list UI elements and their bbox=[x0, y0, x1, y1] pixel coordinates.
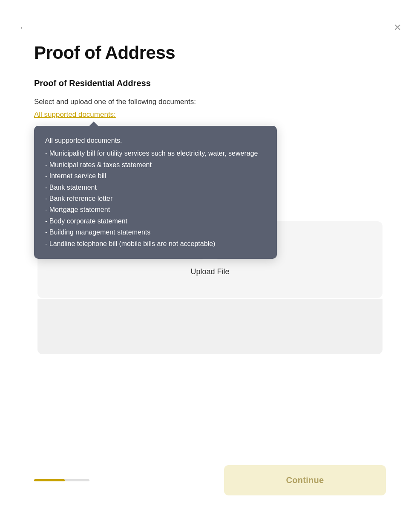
tooltip-item-2: - Internet service bill bbox=[45, 171, 266, 182]
tooltip-item-5: - Mortgage statement bbox=[45, 204, 266, 215]
close-button[interactable]: ✕ bbox=[394, 22, 401, 33]
tooltip-item-6: - Body corporate statement bbox=[45, 216, 266, 227]
tooltip-item-1: - Municipal rates & taxes statement bbox=[45, 159, 266, 171]
instructions-text: Select and upload one of the following d… bbox=[34, 98, 386, 106]
back-icon: ← bbox=[19, 22, 28, 33]
tooltip-link[interactable]: All supported documents: bbox=[34, 110, 116, 119]
back-button[interactable]: ← bbox=[19, 22, 28, 33]
section-title: Proof of Residential Address bbox=[34, 78, 386, 88]
progress-bar-fill bbox=[34, 479, 65, 481]
tooltip-item-8: - Landline telephone bill (mobile bills … bbox=[45, 238, 266, 249]
tooltip-item-3: - Bank statement bbox=[45, 182, 266, 193]
tooltip-item-0: - Municipality bill for utility services… bbox=[45, 148, 266, 159]
upload-label: Upload File bbox=[190, 267, 229, 276]
page-container: ← ✕ Proof of Address Proof of Residentia… bbox=[0, 0, 420, 521]
page-title: Proof of Address bbox=[34, 43, 386, 63]
tooltip-popup: All supported documents. - Municipality … bbox=[34, 126, 277, 259]
close-icon: ✕ bbox=[394, 22, 401, 33]
tooltip-item-7: - Building management statements bbox=[45, 227, 266, 238]
progress-bar bbox=[34, 479, 89, 481]
footer: Continue bbox=[0, 465, 420, 495]
upload-extra-area bbox=[37, 299, 383, 354]
main-content: Proof of Address Proof of Residential Ad… bbox=[34, 0, 386, 354]
tooltip-header: All supported documents. bbox=[45, 135, 266, 146]
tooltip-item-4: - Bank reference letter bbox=[45, 193, 266, 204]
continue-button[interactable]: Continue bbox=[224, 465, 386, 495]
